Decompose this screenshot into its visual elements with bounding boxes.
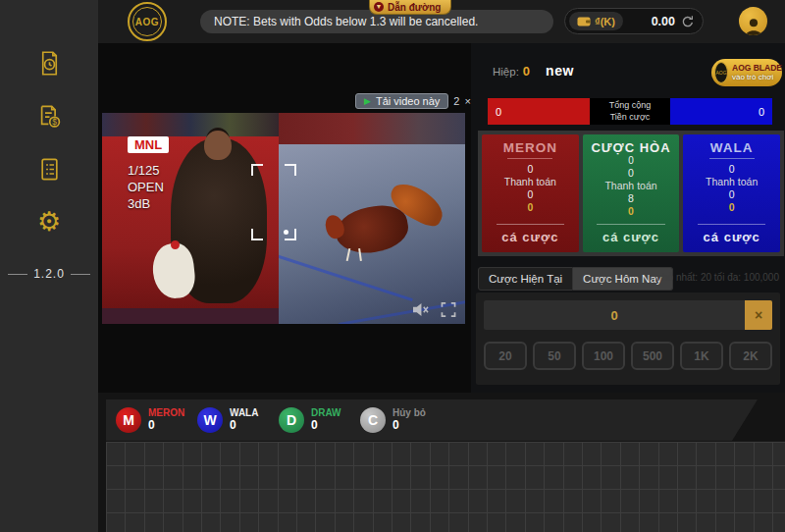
currency-chip: ₫(K) [569, 12, 623, 30]
wala-marker-icon: W [197, 407, 223, 433]
chip-1k[interactable]: 1K [680, 342, 723, 370]
card-title: WALA [710, 140, 754, 155]
chip-2k[interactable]: 2K [729, 342, 772, 370]
bet-entry-panel: 0 × 20 50 100 500 1K 2K [476, 293, 780, 385]
legend-count: 0 [392, 419, 426, 433]
balance-value: 0.00 [652, 15, 675, 28]
version-row: 1.2.0 [0, 267, 98, 281]
focus-frame [251, 164, 296, 240]
bet-limits: nhỏ nhất: 20 tối đa: 100,000 [656, 272, 779, 283]
results-section: M MERON 0 W WALA 0 D DRAW 0 [98, 393, 785, 532]
bet-cards: MERON 0 Thanh toán 0 0 cá cược CƯỢC HÒA … [478, 131, 784, 256]
iris-value: OPEN [128, 179, 164, 195]
betting-panel: Hiệp: 0 new AOG AOG BLADE vào trò chơi 0… [471, 43, 785, 393]
quality-badge[interactable]: 2 [453, 95, 459, 107]
play-icon: ▶ [364, 96, 371, 106]
results-history-grid [106, 442, 785, 532]
card-value: 0 [628, 167, 634, 180]
totals-line2: Tiền cược [610, 112, 651, 123]
tab-current-bets[interactable]: Cược Hiện Tại [478, 267, 573, 291]
fullscreen-icon[interactable] [441, 302, 456, 317]
shutter-value: 1/125 [128, 162, 164, 179]
camera-feed-right [279, 113, 465, 324]
payout-label: Thanh toán [504, 176, 556, 188]
payout-label: Thanh toán [604, 180, 656, 192]
totals-bar: 0 Tổng cộng Tiền cược 0 [488, 98, 772, 125]
meron-marker-icon: M [116, 407, 141, 433]
wala-bet-card[interactable]: WALA 0 Thanh toán 0 0 cá cược [683, 134, 780, 252]
divider [597, 224, 664, 225]
divider [8, 274, 27, 275]
legend-count: 0 [230, 419, 258, 433]
currency-label: ₫(K) [595, 16, 615, 27]
meron-total: 0 [488, 98, 590, 125]
card-value-gold: 0 [628, 205, 634, 218]
blade-logo-icon: AOG [714, 62, 728, 83]
bet-action-label: cá cược [704, 230, 760, 244]
focus-dot [284, 230, 288, 235]
history-icon[interactable] [32, 47, 66, 79]
divider [71, 274, 90, 275]
bet-amount-input[interactable]: 0 × [484, 300, 772, 330]
floor-scenery [102, 308, 279, 324]
refresh-icon[interactable] [681, 15, 695, 28]
person-icon [743, 16, 764, 35]
wallet-icon [577, 16, 591, 27]
card-title: MERON [503, 140, 557, 155]
payout-label: Thanh toán [706, 176, 758, 188]
legend-count: 0 [311, 419, 341, 433]
download-video-label: Tải video này [376, 95, 440, 107]
settings-gear-icon[interactable]: ⚙ [32, 206, 66, 238]
blade-subtitle: vào trò chơi [732, 73, 782, 81]
cancel-marker-icon: C [360, 407, 386, 433]
card-title: CƯỢC HÒA [591, 140, 670, 155]
aog-logo-text: AOG [132, 7, 162, 36]
wall-scenery [279, 113, 465, 144]
bet-tabs: Cược Hiện Tại Cược Hôm Nay [478, 267, 673, 291]
video-controls [412, 302, 456, 317]
report-icon[interactable] [32, 153, 66, 185]
app-version: 1.2.0 [33, 267, 65, 281]
transactions-icon[interactable]: $ [32, 100, 66, 132]
card-value: 0 [527, 188, 533, 201]
aog-blade-button[interactable]: AOG AOG BLADE vào trò chơi [711, 59, 782, 86]
user-avatar[interactable] [739, 7, 767, 35]
meron-bet-card[interactable]: MERON 0 Thanh toán 0 0 cá cược [482, 134, 579, 252]
chip-50[interactable]: 50 [533, 342, 576, 370]
chip-100[interactable]: 100 [582, 342, 625, 370]
blade-title: AOG BLADE [732, 64, 782, 74]
bet-action-label: cá cược [501, 230, 558, 244]
results-legend: M MERON 0 W WALA 0 D DRAW 0 [106, 399, 758, 441]
download-video-button[interactable]: ▶ Tải video này [355, 93, 448, 109]
aog-logo: AOG [128, 2, 167, 41]
card-value: 0 [729, 188, 735, 201]
chip-500[interactable]: 500 [631, 342, 674, 370]
video-section: ▶ Tải video này 2 × MNL 1/125 OPEN 3dB [98, 43, 471, 393]
sidebar: $ ⚙ 1.2.0 [0, 0, 98, 532]
clear-bet-button[interactable]: × [745, 300, 772, 330]
chip-buttons: 20 50 100 500 1K 2K [484, 342, 772, 370]
chip-20[interactable]: 20 [484, 342, 527, 370]
divider [497, 224, 564, 225]
divider [698, 224, 765, 225]
close-icon[interactable]: × [464, 95, 470, 107]
round-info: Hiệp: 0 new [493, 63, 574, 79]
crowd-scenery [102, 113, 279, 136]
totals-line1: Tổng cộng [609, 100, 652, 111]
rooster-comb [171, 240, 180, 249]
nav-guide-badge[interactable]: ▼ Dẫn đường [369, 0, 451, 15]
totals-center: Tổng cộng Tiền cược [590, 98, 670, 125]
topbar: AOG NOTE: Bets with Odds below 1.3 will … [98, 0, 785, 43]
svg-text:$: $ [52, 117, 57, 127]
card-value-gold: 0 [729, 201, 735, 214]
card-value: 0 [729, 163, 735, 176]
video-player[interactable]: MNL 1/125 OPEN 3dB [102, 113, 465, 324]
mute-icon[interactable] [412, 302, 429, 317]
card-value-gold: 0 [527, 201, 533, 214]
balance-pill[interactable]: ₫(K) 0.00 [564, 8, 704, 34]
bet-action-label: cá cược [602, 230, 659, 244]
card-value: 0 [628, 155, 634, 167]
draw-bet-card[interactable]: CƯỢC HÒA 0 0 Thanh toán 8 0 cá cược [583, 134, 680, 252]
round-status: new [546, 63, 574, 79]
card-value: 0 [527, 163, 533, 176]
